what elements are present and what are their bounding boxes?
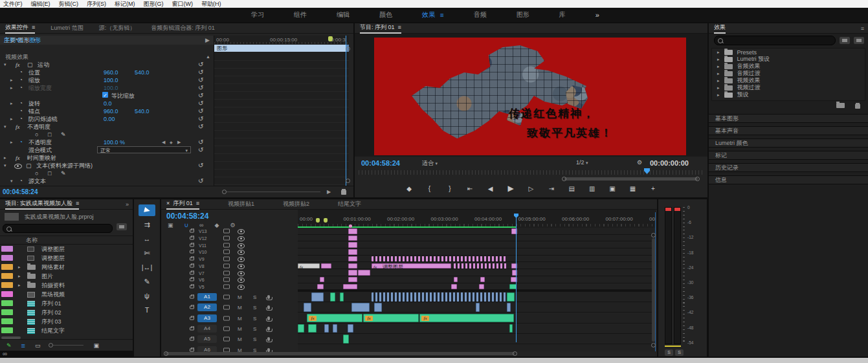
solo-button[interactable]: S [253,326,256,332]
track-output-eye-icon[interactable] [238,283,245,290]
source-patch-icon[interactable] [223,257,230,261]
tab-program-sequence[interactable]: 节目: 序列 01 ≡ [360,23,401,34]
step-forward-button[interactable]: ▷ [527,185,535,192]
mute-button[interactable]: M [238,315,242,321]
timeline-clip[interactable]: fx调整图层 [372,263,451,269]
timeline-clip[interactable] [374,303,382,312]
timeline-clip[interactable] [451,284,457,290]
timeline-clip[interactable] [372,256,507,262]
track-target-button[interactable]: A3 [197,314,217,322]
timeline-clip[interactable] [348,324,353,333]
twirl-icon[interactable]: ▾ [4,123,6,131]
effect-label[interactable]: 不透明度 [27,123,50,131]
workspace-tab-图形[interactable]: 图形 [517,10,529,19]
solo-button[interactable]: S [253,305,256,311]
timeline-clip[interactable] [348,277,357,283]
timeline-clip[interactable] [308,324,317,333]
track-header-V13[interactable]: V13 [161,228,298,235]
voiceover-record-icon[interactable] [267,337,270,341]
pen-mask-icon[interactable]: ✎ [61,131,66,138]
lock-icon[interactable] [190,316,194,320]
source-patch-icon[interactable] [223,270,230,275]
razor-tool[interactable]: ✄ [139,247,155,259]
program-zoom-scrollbar[interactable] [564,177,698,181]
twirl-icon[interactable]: ▸ [18,281,21,290]
mini-timeline-playhead[interactable] [346,36,346,186]
play-button[interactable]: ▶ [507,184,515,193]
play-audio-icon[interactable]: ▶ [327,189,331,195]
reset-parameter-icon[interactable]: ↺ [198,177,203,185]
clip-indicator-left[interactable] [665,208,671,211]
reset-parameter-icon[interactable]: ↺ [198,100,203,107]
lift-button[interactable]: ▤ [568,185,575,192]
project-writable-toggle[interactable]: ✎ [6,342,12,349]
ripple-edit-tool[interactable]: ↔ [139,233,155,245]
blend-mode-dropdown[interactable]: 正常▾ [97,146,191,153]
tab-project[interactable]: 项目: 实践成果视频加人脸 ≡ [5,199,79,210]
vscroll-handle-top[interactable] [651,233,656,237]
menu-item[interactable]: 序列(S) [87,0,106,8]
zoom-slider-handle[interactable] [49,343,53,347]
source-patch-icon[interactable] [223,305,230,310]
checkbox[interactable]: ✓ [102,92,108,98]
selection-tool[interactable] [139,204,155,216]
twirl-icon[interactable]: ▸ [717,50,720,55]
timeline-clip[interactable] [324,324,329,333]
mark-out-button[interactable]: } [446,185,454,192]
solo-button[interactable]: S [253,315,256,321]
effect-label[interactable]: 文本(资料来源于网络) [36,162,93,170]
timeline-clip[interactable] [343,284,357,290]
playback-resolution-dropdown[interactable]: 1/2 ▾ [576,159,588,166]
ellipse-mask-icon[interactable]: ○ [35,170,38,177]
go-to-in-button[interactable]: ⇤ [466,185,474,192]
effects-filter-icon-1[interactable] [840,37,850,44]
twirl-icon[interactable]: ▸ [10,138,13,146]
effect-controls-tab[interactable]: Lumetri 范围 [50,24,83,32]
reset-parameter-icon[interactable]: ↺ [198,123,203,131]
track-output-eye-icon[interactable] [238,256,245,262]
lock-icon[interactable] [190,285,194,288]
panel-menu-icon[interactable]: ≡ [196,200,199,206]
twirl-icon[interactable]: ▸ [717,64,720,69]
collapsed-panel-历史记录[interactable]: 历史记录 [709,163,868,172]
workspace-overflow-icon[interactable]: » [595,11,599,19]
workspace-tab-组件[interactable]: 组件 [294,10,307,19]
type-tool[interactable]: T [139,304,155,316]
timeline-clip[interactable] [372,292,507,302]
menu-item[interactable]: 剪辑(C) [59,0,79,8]
label-color-chip[interactable] [1,273,13,279]
timeline-tab-序列 01[interactable]: ×序列 01≡ [166,199,199,210]
timeline-clip[interactable] [348,270,357,276]
slip-tool[interactable]: |↔| [139,261,155,273]
menu-item[interactable]: 文件(F) [3,0,23,8]
track-header-V8[interactable]: V8 [161,263,298,270]
effect-label[interactable]: 时间重映射 [27,154,56,162]
lock-icon[interactable] [190,296,194,299]
workspace-tab-编辑[interactable]: 编辑 [337,10,350,19]
lock-icon[interactable] [190,306,194,309]
source-patch-icon[interactable] [223,295,230,300]
track-select-forward-tool[interactable]: ⇉ [139,219,155,230]
rect-mask-icon[interactable]: □ [48,170,51,177]
timeline-clip[interactable] [348,256,357,262]
timeline-tab-结尾文字[interactable]: 结尾文字 [338,200,361,208]
mute-button[interactable]: M [238,326,242,332]
sequence-marker-icon[interactable] [324,218,328,223]
sequence-marker-pink[interactable] [349,225,352,228]
twirl-icon[interactable]: ▸ [10,100,13,107]
tab-effects[interactable]: 效果 [714,23,726,34]
timeline-clip[interactable] [348,242,357,248]
track-header-V11[interactable]: V11 [161,241,298,248]
panel-menu-icon[interactable]: ≡ [861,25,864,32]
clip-indicator-right[interactable] [674,208,680,211]
ellipse-mask-icon[interactable]: ○ [35,131,38,138]
pen-tool[interactable]: ✎ [139,276,155,287]
effects-bin-Lumetri 预设[interactable]: ▸Lumetri 预设 [712,56,865,63]
timeline-clip[interactable] [454,263,508,269]
twirl-icon[interactable]: ▸ [717,93,720,98]
stopwatch-icon[interactable]: ◔ [19,100,23,107]
timeline-clip[interactable]: fx [363,314,419,323]
track-output-eye-icon[interactable] [238,242,245,248]
timeline-clip[interactable] [317,284,324,290]
track-target-button[interactable]: A5 [197,335,217,343]
